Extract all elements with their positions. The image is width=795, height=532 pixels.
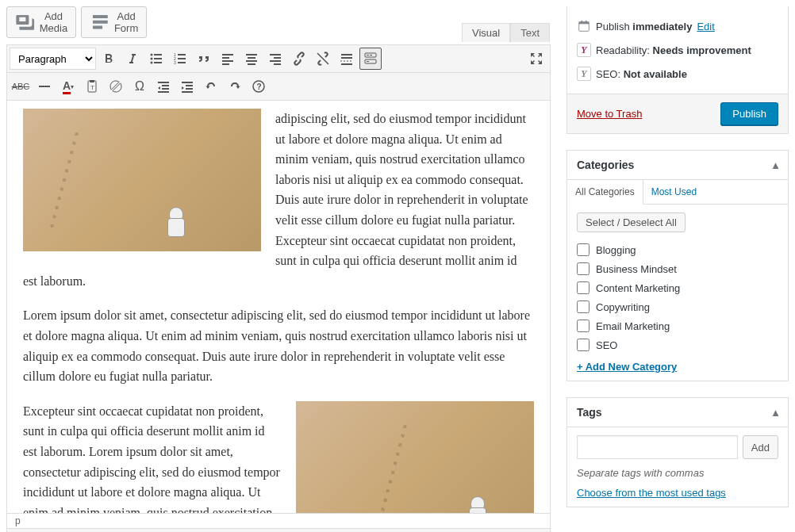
edit-schedule-link[interactable]: Edit: [697, 21, 714, 33]
category-list: Blogging Business Mindset Content Market…: [577, 240, 778, 354]
redo-button[interactable]: [224, 75, 246, 98]
category-checkbox[interactable]: [577, 339, 590, 351]
align-left-button[interactable]: [217, 48, 239, 70]
content-area[interactable]: adipiscing elit, sed do eiusmod tempor i…: [7, 101, 550, 513]
tag-hint: Separate tags with commas: [577, 467, 778, 479]
svg-rect-13: [222, 57, 229, 59]
tab-most-used[interactable]: Most Used: [643, 180, 705, 204]
paste-text-button[interactable]: T: [81, 75, 103, 98]
read-more-button[interactable]: [336, 48, 358, 70]
choose-tags-link[interactable]: Choose from the most used tags: [577, 487, 726, 499]
publish-box: Publish immediately Edit Y Readability: …: [566, 6, 789, 134]
svg-rect-9: [178, 58, 186, 59]
toggle-box-icon[interactable]: ▴: [773, 159, 778, 171]
italic-button[interactable]: [121, 48, 144, 70]
tab-text[interactable]: Text: [510, 23, 550, 42]
svg-rect-50: [581, 21, 582, 24]
svg-rect-43: [186, 85, 193, 86]
readability-text: Readability: Needs improvement: [596, 44, 751, 56]
category-label: Blogging: [596, 244, 636, 256]
svg-text:?: ?: [257, 82, 262, 91]
svg-rect-5: [154, 62, 162, 63]
svg-rect-39: [162, 85, 169, 86]
move-to-trash-link[interactable]: Move to Trash: [577, 108, 642, 120]
svg-rect-11: [178, 62, 186, 63]
add-media-label: Add Media: [40, 10, 67, 34]
add-form-button[interactable]: Add Form: [81, 6, 147, 38]
svg-point-0: [151, 54, 153, 56]
numbered-list-button[interactable]: 123: [169, 48, 191, 70]
toolbar-row-1: Paragraph 123: [7, 45, 550, 73]
category-label: Content Marketing: [596, 282, 680, 294]
category-checkbox[interactable]: [577, 281, 590, 294]
bold-button[interactable]: [98, 48, 120, 70]
svg-point-4: [151, 62, 153, 64]
link-button[interactable]: [288, 48, 310, 70]
svg-rect-25: [341, 54, 352, 55]
keyboard-shortcuts-button[interactable]: ?: [248, 75, 270, 98]
category-label: Email Marketing: [596, 320, 670, 332]
svg-rect-16: [246, 54, 257, 55]
svg-rect-33: [367, 61, 369, 62]
toolbar-toggle-button[interactable]: [359, 48, 382, 70]
add-new-category-link[interactable]: + Add New Category: [577, 361, 677, 373]
svg-rect-15: [222, 63, 229, 65]
blockquote-button[interactable]: [193, 48, 215, 70]
add-media-button[interactable]: Add Media: [6, 6, 76, 38]
category-label: SEO: [596, 339, 617, 351]
bullet-list-button[interactable]: [145, 48, 167, 70]
svg-rect-14: [222, 60, 233, 62]
text-color-button[interactable]: A▾: [57, 75, 79, 98]
svg-rect-18: [246, 60, 257, 62]
add-form-label: Add Form: [114, 10, 138, 34]
tab-all-categories[interactable]: All Categories: [567, 180, 643, 205]
hr-button[interactable]: [33, 75, 56, 98]
calendar-icon: [577, 19, 591, 33]
svg-rect-3: [154, 58, 162, 59]
indent-button[interactable]: [176, 75, 198, 98]
svg-rect-36: [90, 80, 94, 82]
svg-rect-23: [274, 63, 281, 65]
content-image-right[interactable]: [296, 401, 534, 513]
unlink-button[interactable]: [312, 48, 334, 70]
svg-text:T: T: [90, 84, 94, 91]
svg-text:3: 3: [174, 60, 176, 65]
toolbar-row-2: ABC A▾ T Ω ?: [7, 73, 550, 101]
status-bar: Word count: 207 Draft saved at 11:44:24 …: [7, 528, 550, 532]
svg-rect-40: [162, 88, 169, 90]
category-checkbox[interactable]: [577, 262, 590, 275]
select-deselect-all-button[interactable]: Select / Deselect All: [577, 212, 686, 232]
category-checkbox[interactable]: [577, 243, 590, 256]
category-label: Business Mindset: [596, 263, 677, 275]
content-image-left[interactable]: [23, 109, 261, 251]
media-icon: [15, 12, 36, 33]
add-tag-button[interactable]: Add: [743, 435, 778, 459]
paragraph: Lorem ipsum dolor sit amet, consectetur …: [23, 305, 534, 386]
undo-button[interactable]: [200, 75, 222, 98]
toggle-box-icon[interactable]: ▴: [773, 406, 778, 419]
svg-rect-28: [341, 63, 352, 65]
category-checkbox[interactable]: [577, 320, 590, 332]
element-path: p: [7, 513, 550, 528]
svg-rect-31: [367, 55, 369, 55]
special-char-button[interactable]: Ω: [129, 75, 151, 98]
align-center-button[interactable]: [240, 48, 263, 70]
svg-rect-20: [270, 54, 281, 55]
svg-rect-44: [186, 88, 193, 90]
strikethrough-button[interactable]: ABC: [10, 75, 32, 98]
publish-button[interactable]: Publish: [720, 102, 778, 125]
format-select[interactable]: Paragraph: [10, 48, 96, 70]
category-label: Copywriting: [596, 301, 650, 313]
svg-rect-32: [370, 55, 372, 55]
tab-visual[interactable]: Visual: [462, 23, 510, 42]
svg-rect-7: [178, 54, 186, 55]
fullscreen-button[interactable]: [525, 48, 547, 70]
outdent-button[interactable]: [152, 75, 175, 98]
svg-rect-49: [579, 22, 590, 25]
svg-rect-22: [270, 60, 281, 62]
align-right-button[interactable]: [264, 48, 286, 70]
category-checkbox[interactable]: [577, 300, 590, 313]
clear-formatting-button[interactable]: [105, 75, 127, 98]
tag-input[interactable]: [577, 435, 738, 459]
categories-header: Categories: [577, 159, 634, 171]
